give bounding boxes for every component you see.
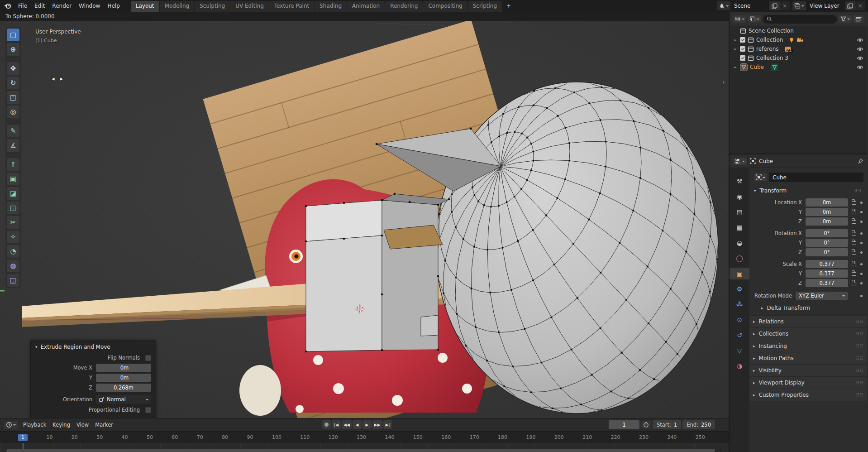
value-field[interactable]: 0m bbox=[806, 198, 848, 207]
use-preview-range-button[interactable] bbox=[641, 421, 651, 428]
tool-button-smooth[interactable]: ◍ bbox=[7, 260, 19, 272]
playhead[interactable] bbox=[23, 443, 24, 449]
value-field[interactable]: -0m bbox=[96, 364, 151, 372]
properties-section-visibility[interactable]: ▸ Visibility ⠿⠿ bbox=[749, 364, 867, 376]
menu-help[interactable]: Help bbox=[104, 1, 123, 10]
flip-normals-checkbox[interactable] bbox=[145, 355, 151, 361]
frame-start-field[interactable]: Start:1 bbox=[653, 420, 681, 429]
rotation-mode-dropdown[interactable]: XYZ Euler bbox=[796, 292, 848, 300]
menu-edit[interactable]: Edit bbox=[31, 1, 48, 10]
properties-section-instancing[interactable]: ▸ Instancing ⠿⠿ bbox=[749, 340, 867, 352]
tool-button-annotate[interactable]: ✎ bbox=[7, 125, 19, 137]
properties-tab-tool[interactable]: ⚒ bbox=[731, 175, 748, 187]
lock-icon[interactable] bbox=[852, 232, 856, 236]
properties-tab-scene[interactable]: ◒ bbox=[731, 237, 748, 249]
expand-arrow-icon[interactable]: ▸ bbox=[733, 65, 738, 69]
tool-button-measure[interactable]: ∡ bbox=[7, 139, 19, 152]
unlink-scene-button[interactable]: × bbox=[780, 3, 790, 9]
value-field[interactable]: 0m bbox=[806, 208, 848, 216]
outliner-row-collection[interactable]: ▸ Collection bbox=[730, 35, 867, 44]
delta-transform-panel[interactable]: ▸ Delta Transform bbox=[751, 301, 864, 315]
properties-editor-type-button[interactable] bbox=[733, 158, 747, 165]
animate-dot-icon[interactable] bbox=[860, 251, 863, 254]
workspace-tab-shading[interactable]: Shading bbox=[315, 1, 347, 12]
lock-icon[interactable] bbox=[852, 201, 856, 205]
mesh-data-icon[interactable] bbox=[770, 63, 779, 71]
properties-tab-constraints[interactable]: ↺ bbox=[731, 329, 748, 341]
object-name-input[interactable]: Cube bbox=[769, 173, 863, 182]
drag-dots-icon[interactable]: ⠿⠿ bbox=[856, 368, 863, 373]
tool-button-inset-faces[interactable]: ▣ bbox=[7, 173, 19, 185]
outliner-row-scene-collection[interactable]: Scene Collection bbox=[730, 26, 867, 35]
auto-keying-button[interactable] bbox=[322, 420, 331, 429]
collection-checkbox[interactable] bbox=[740, 46, 745, 52]
new-collection-button[interactable] bbox=[854, 15, 863, 23]
workspace-tab-layout[interactable]: Layout bbox=[131, 1, 159, 12]
animate-dot-icon[interactable] bbox=[860, 282, 863, 284]
value-field[interactable]: 0.377 bbox=[806, 260, 848, 268]
transport-button-play-reverse[interactable]: ◀ bbox=[353, 420, 362, 429]
value-field[interactable]: -0m bbox=[96, 374, 151, 382]
timeline-ruler[interactable]: 1102030405060708090100110120130140150160… bbox=[0, 431, 729, 443]
object-id-button[interactable] bbox=[754, 173, 767, 181]
operator-panel-header[interactable]: ▾ Extrude Region and Move bbox=[35, 344, 151, 350]
hide-eye-icon[interactable] bbox=[857, 47, 863, 52]
value-field[interactable]: 0m bbox=[806, 217, 848, 226]
animate-dot-icon[interactable] bbox=[860, 263, 863, 265]
timeline-scrollbar[interactable] bbox=[6, 449, 722, 452]
value-field[interactable]: 0.377 bbox=[806, 269, 848, 278]
lock-icon[interactable] bbox=[852, 251, 856, 255]
lock-icon[interactable] bbox=[852, 272, 856, 276]
timeline-menu-keying[interactable]: Keying bbox=[49, 421, 73, 429]
current-frame-field[interactable]: 1 bbox=[609, 420, 639, 429]
properties-tab-particles[interactable]: ⁂ bbox=[731, 298, 748, 310]
animate-dot-icon[interactable] bbox=[860, 221, 863, 223]
browse-scene-button[interactable] bbox=[717, 1, 730, 10]
editor-type-button[interactable] bbox=[4, 421, 18, 429]
transport-button-prev-keyframe[interactable]: ◀◀ bbox=[342, 420, 352, 429]
properties-tab-material[interactable]: ◑ bbox=[731, 360, 748, 372]
properties-tab-physics[interactable]: ⊙ bbox=[731, 314, 748, 326]
view-layer-name[interactable]: View Layer bbox=[806, 1, 845, 10]
transport-button-next-keyframe[interactable]: ▶▶ bbox=[372, 420, 382, 429]
lock-icon[interactable] bbox=[852, 263, 856, 266]
value-field[interactable]: 0.268m bbox=[96, 384, 151, 392]
properties-tab-view-layer[interactable]: ▦ bbox=[731, 221, 748, 233]
lock-icon[interactable] bbox=[852, 211, 856, 214]
workspace-tab-modeling[interactable]: Modeling bbox=[160, 1, 195, 12]
workspace-tab-animation[interactable]: Animation bbox=[347, 1, 385, 12]
hide-eye-icon[interactable] bbox=[857, 65, 863, 70]
camera-icon[interactable] bbox=[796, 37, 804, 43]
tool-button-move[interactable]: ✥ bbox=[7, 62, 19, 75]
menu-window[interactable]: Window bbox=[75, 1, 104, 10]
tool-button-rotate[interactable]: ↻ bbox=[7, 77, 19, 89]
proportional-editing-checkbox[interactable] bbox=[145, 407, 151, 413]
pin-icon[interactable] bbox=[858, 158, 863, 164]
transport-button-jump-to-start[interactable]: |◀ bbox=[332, 420, 341, 429]
drag-dots-icon[interactable]: ⠿⠿ bbox=[856, 356, 863, 361]
drag-dots-icon[interactable]: ⠿⠿ bbox=[856, 380, 863, 385]
add-workspace-button[interactable]: + bbox=[503, 1, 515, 10]
animate-dot-icon[interactable] bbox=[860, 232, 863, 235]
timeline-menu-view[interactable]: View bbox=[73, 421, 92, 429]
hide-eye-icon[interactable] bbox=[857, 38, 863, 43]
animate-dot-icon[interactable] bbox=[860, 202, 863, 204]
value-field[interactable]: 0° bbox=[806, 239, 848, 247]
collection-checkbox[interactable] bbox=[740, 37, 745, 43]
orientation-dropdown[interactable]: Normal bbox=[96, 395, 151, 404]
drag-dots-icon[interactable]: ⠿⠿ bbox=[854, 188, 862, 193]
tool-button-rip-region[interactable]: ◲ bbox=[7, 274, 19, 287]
blender-logo-icon[interactable] bbox=[3, 2, 13, 10]
timeline-track-area[interactable] bbox=[0, 443, 729, 449]
properties-section-motion-paths[interactable]: ▸ Motion Paths ⠿⠿ bbox=[749, 352, 867, 364]
new-view-layer-icon[interactable] bbox=[845, 1, 855, 10]
value-field[interactable]: 0.377 bbox=[806, 279, 848, 287]
properties-tab-object-data[interactable]: ▽ bbox=[731, 345, 748, 356]
properties-tab-render[interactable]: ◉ bbox=[731, 191, 748, 202]
value-field[interactable]: 0° bbox=[806, 248, 848, 256]
collection-checkbox[interactable] bbox=[740, 55, 745, 61]
cube-mesh[interactable] bbox=[306, 194, 449, 351]
tool-button-cursor[interactable]: ⊕ bbox=[7, 43, 19, 56]
properties-tab-world[interactable]: ◯ bbox=[731, 252, 748, 264]
transport-button-play[interactable]: ▶ bbox=[362, 420, 372, 429]
